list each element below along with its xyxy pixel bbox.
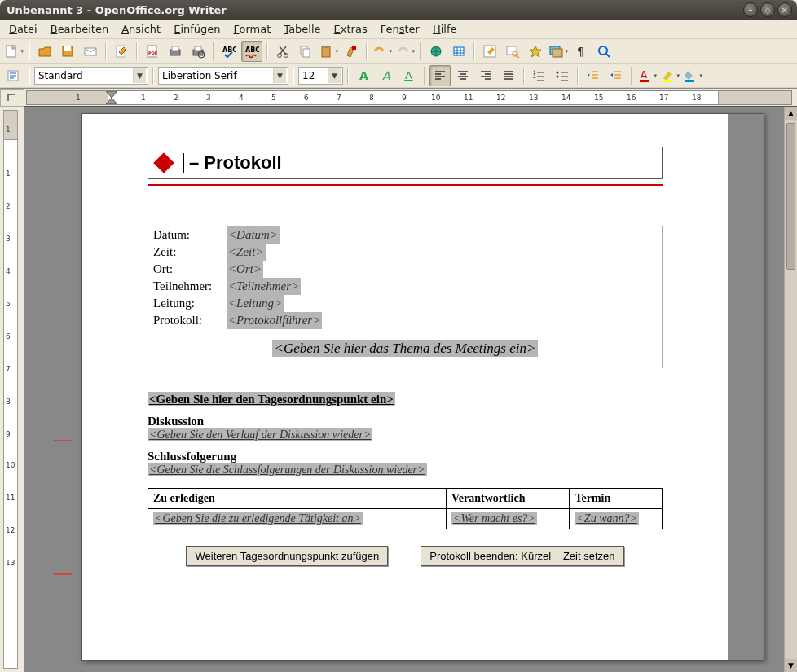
undo-button[interactable]	[372, 41, 393, 62]
align-center-button[interactable]	[452, 65, 473, 86]
export-pdf-button[interactable]: PDF	[142, 41, 163, 62]
vertical-scrollbar[interactable]: ▲ ▼	[784, 107, 797, 672]
svg-rect-48	[640, 80, 649, 82]
svg-line-29	[517, 55, 519, 58]
document-title-frame[interactable]: – Protokoll	[148, 147, 663, 179]
underline-button[interactable]: A	[398, 65, 420, 86]
meta-value-date[interactable]: <Datum>	[227, 226, 280, 244]
table-row[interactable]: <Geben Sie die zu erledigende Tätigkeit …	[148, 509, 663, 529]
cut-button[interactable]	[272, 41, 293, 62]
redo-button[interactable]	[394, 41, 416, 62]
change-mark-icon	[54, 440, 72, 441]
menu-insert[interactable]: Einfügen	[168, 20, 226, 37]
new-doc-button[interactable]	[3, 41, 24, 62]
text-cursor	[183, 153, 184, 173]
decrease-indent-button[interactable]	[583, 65, 604, 86]
vertical-ruler[interactable]: 1 1 2 3 4 5 6 7 8 9 10 11 12 13	[3, 110, 18, 669]
menu-format[interactable]: Format	[228, 20, 277, 37]
discussion-placeholder[interactable]: <Geben Sie den Verlauf der Diskussion wi…	[148, 428, 372, 441]
align-left-button[interactable]	[429, 65, 451, 86]
vertical-ruler-area: 1 1 2 3 4 5 6 7 8 9 10 11 12 13	[0, 107, 24, 672]
align-right-button[interactable]	[475, 65, 496, 86]
finish-protocol-button[interactable]: Protokoll beenden: Kürzel + Zeit setzen	[421, 546, 623, 566]
font-size-combo[interactable]: 12▼	[298, 67, 343, 85]
menu-file[interactable]: Datei	[3, 20, 43, 37]
title-underline	[148, 184, 663, 186]
minimize-button[interactable]: –	[743, 2, 758, 17]
workspace: 1 1 2 3 4 5 6 7 8 9 10 11 12 13 – Pro	[0, 106, 797, 672]
svg-text:ABC: ABC	[245, 46, 259, 54]
autospell-button[interactable]: ABC	[241, 41, 262, 62]
meta-value-place[interactable]: <Ort>	[227, 261, 263, 278]
scroll-down-button[interactable]: ▼	[785, 659, 797, 672]
menu-help[interactable]: Hilfe	[427, 20, 463, 37]
menu-view[interactable]: Ansicht	[116, 20, 166, 37]
numbered-list-button[interactable]: 12	[529, 65, 550, 86]
meeting-theme-placeholder[interactable]: <Geben Sie hier das Thema des Meetings e…	[272, 340, 539, 357]
paragraph-style-combo[interactable]: Standard▼	[34, 67, 148, 85]
svg-rect-3	[64, 46, 71, 51]
document-page[interactable]: – Protokoll Datum:<Datum> Zeit:<Zeit> Or…	[82, 114, 728, 660]
close-button[interactable]: ×	[777, 2, 792, 17]
menu-window[interactable]: Fenster	[375, 20, 425, 37]
maximize-button[interactable]: ◇	[760, 2, 775, 17]
spellcheck-button[interactable]: ABC	[218, 41, 240, 62]
highlight-button[interactable]	[659, 65, 680, 86]
meta-value-scribe[interactable]: <Protokollführer>	[227, 312, 322, 329]
navigator-button[interactable]	[525, 41, 546, 62]
todo-task-placeholder[interactable]: <Geben Sie die zu erledigende Tätigkeit …	[153, 512, 363, 525]
font-name-combo[interactable]: Liberation Serif▼	[158, 67, 288, 85]
bold-button[interactable]: A	[353, 65, 374, 86]
add-agenda-item-button[interactable]: Weiteren Tagesordnungspunkt zufügen	[186, 546, 388, 566]
hyperlink-button[interactable]	[425, 41, 447, 62]
svg-text:A: A	[359, 69, 368, 82]
todo-table[interactable]: Zu erledigen Verantwortlich Termin <Gebe…	[148, 488, 663, 529]
menu-table[interactable]: Tabelle	[278, 20, 326, 37]
bgcolor-button[interactable]	[682, 65, 703, 86]
table-button[interactable]	[448, 41, 469, 62]
print-direct-button[interactable]	[165, 41, 186, 62]
zoom-button[interactable]	[593, 41, 614, 62]
svg-rect-49	[663, 80, 672, 82]
scroll-up-button[interactable]: ▲	[785, 107, 797, 120]
styles-button[interactable]	[3, 65, 24, 86]
italic-button[interactable]: A	[376, 65, 397, 86]
menu-edit[interactable]: Bearbeiten	[45, 20, 114, 37]
meta-info-frame[interactable]: Datum:<Datum> Zeit:<Zeit> Ort:<Ort> Teil…	[148, 226, 663, 368]
svg-rect-20	[324, 46, 328, 48]
save-button[interactable]	[57, 41, 78, 62]
meta-value-time[interactable]: <Zeit>	[227, 244, 266, 261]
paste-button[interactable]	[318, 41, 339, 62]
conclusion-placeholder[interactable]: <Geben Sie die Schlussfolgerungen der Di…	[148, 463, 427, 476]
svg-rect-9	[172, 46, 178, 51]
agenda-heading: <Geben Sie hier den Tagesordnungspunkt e…	[148, 393, 663, 406]
find-replace-button[interactable]	[502, 41, 523, 62]
document-title: – Protokoll	[189, 152, 282, 173]
svg-text:2: 2	[533, 73, 536, 79]
gallery-button[interactable]	[548, 41, 569, 62]
print-preview-button[interactable]	[187, 41, 209, 62]
align-justify-button[interactable]	[498, 65, 519, 86]
todo-responsible-placeholder[interactable]: <Wer macht es?>	[451, 512, 537, 525]
copy-button[interactable]	[295, 41, 316, 62]
meta-value-lead[interactable]: <Leitung>	[227, 295, 284, 312]
horizontal-ruler-area: 1 1 2 3 4 5 6 7 8 9 10 11 12 13 14 15 16…	[0, 88, 797, 106]
meta-label-attendees: Teilnehmer:	[153, 278, 227, 295]
mail-button[interactable]	[80, 41, 101, 62]
document-viewport[interactable]: – Protokoll Datum:<Datum> Zeit:<Zeit> Or…	[24, 107, 797, 672]
format-paintbrush-button[interactable]	[341, 41, 362, 62]
scroll-thumb[interactable]	[786, 123, 795, 270]
font-color-button[interactable]: A	[636, 65, 658, 86]
open-button[interactable]	[34, 41, 55, 62]
svg-text:ABC: ABC	[222, 46, 236, 54]
increase-indent-button[interactable]	[605, 65, 627, 86]
nonprinting-button[interactable]: ¶	[570, 41, 592, 62]
bullet-list-button[interactable]	[552, 65, 573, 86]
menu-extras[interactable]: Extras	[328, 20, 373, 37]
horizontal-ruler[interactable]: 1 1 2 3 4 5 6 7 8 9 10 11 12 13 14 15 16…	[26, 90, 792, 105]
meta-value-attendees[interactable]: <Teilnehmer>	[227, 278, 301, 295]
todo-deadline-placeholder[interactable]: <Zu wann?>	[575, 512, 639, 525]
agenda-item-placeholder[interactable]: <Geben Sie hier den Tagesordnungspunkt e…	[148, 392, 395, 406]
show-draw-button[interactable]	[479, 41, 500, 62]
edit-button[interactable]	[111, 41, 132, 62]
